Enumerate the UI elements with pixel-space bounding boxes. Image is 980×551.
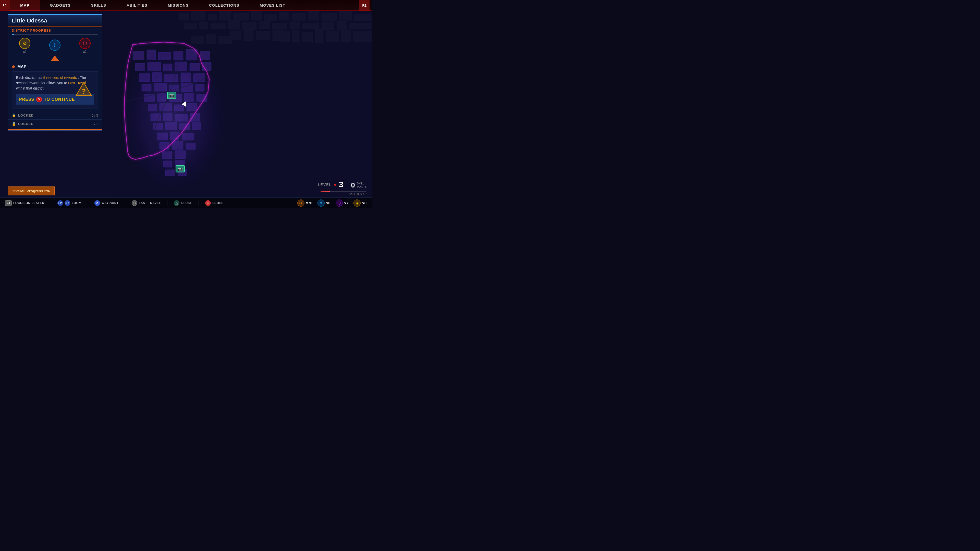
locked-label-1: LOCKED [18, 114, 34, 118]
svg-rect-9 [292, 13, 306, 21]
svg-rect-38 [206, 35, 216, 44]
chevron-up-icon [51, 56, 59, 61]
locked-label-2: LOCKED [18, 122, 34, 126]
locked-count-1: 0 / 3 [92, 114, 98, 118]
district-icon-3: ⬡ x2 [80, 38, 91, 54]
svg-point-91 [123, 46, 224, 189]
waypoint-action: ✕ WAYPOINT [94, 200, 119, 206]
svg-rect-28 [302, 32, 313, 42]
district-title: Little Odessa [8, 15, 102, 27]
svg-rect-19 [259, 21, 270, 29]
camera-marker-2[interactable]: 📷 [176, 165, 185, 172]
focus-player-action: L3 FOCUS ON PLAYER [5, 200, 45, 206]
continue-label: TO CONTINUE [44, 97, 75, 103]
x-button-bottom[interactable]: ✕ [94, 200, 100, 206]
l3-button[interactable]: L3 [5, 200, 12, 206]
xp-text: 426 / 2000 XP [318, 192, 366, 195]
r2-button[interactable]: R2 [65, 200, 70, 206]
svg-rect-5 [234, 13, 249, 21]
map-section: 🕷 MAP Each district has three tiers of r… [8, 62, 102, 111]
xp-fill [321, 191, 330, 192]
svg-rect-11 [321, 13, 337, 21]
svg-rect-4 [220, 10, 231, 21]
nav-item-missions[interactable]: MISSIONS [158, 0, 199, 11]
stat-icon-blue: ⇧ [318, 200, 325, 206]
level-display: LEVEL 3 [318, 180, 343, 189]
stat-icon-gold: ◈ [353, 200, 361, 206]
svg-rect-23 [321, 22, 334, 30]
nav-item-moves-list[interactable]: MOVES LIST [249, 0, 296, 11]
stat-group-4: ◈ x0 [353, 200, 366, 206]
svg-rect-8 [280, 12, 289, 21]
svg-rect-27 [292, 30, 299, 42]
close-action: ○ CLOSE [205, 200, 224, 206]
svg-rect-32 [353, 31, 372, 42]
district-progress-label: District Progress [8, 27, 102, 34]
svg-rect-36 [272, 30, 283, 41]
close-label: CLOSE [212, 201, 224, 205]
district-icon-2: ⇧ [49, 40, 60, 52]
svg-rect-35 [256, 31, 270, 40]
svg-rect-10 [308, 11, 319, 21]
triangle-button[interactable]: △ [174, 200, 180, 206]
svg-rect-31 [341, 30, 351, 42]
level-label: LEVEL [318, 183, 332, 187]
stat-value-2: x0 [326, 201, 331, 205]
fast-travel-action: △ CLOSE [174, 200, 192, 206]
district-progress-bar [12, 34, 98, 35]
spider-icon: 🕷 [12, 65, 15, 69]
overall-progress-badge: Overall Progress 3% [8, 186, 55, 195]
nav-item-map[interactable]: MAP [10, 0, 40, 11]
svg-rect-7 [264, 14, 277, 21]
focus-player-label: FOCUS ON PLAYER [13, 201, 45, 205]
svg-rect-24 [337, 21, 347, 30]
svg-rect-22 [302, 24, 319, 29]
svg-rect-14 [184, 23, 197, 29]
separator-4 [167, 200, 167, 206]
nav-item-abilities[interactable]: ABILITIES [116, 0, 158, 11]
stat-value-1: x70 [306, 201, 312, 205]
district-icon-1: ⚙ x2 [19, 38, 30, 54]
district-progress-fill [12, 34, 14, 35]
svg-rect-16 [210, 24, 226, 29]
legend-action: □ FAST TRAVEL [132, 200, 161, 206]
svg-rect-6 [251, 11, 262, 21]
x-button-icon[interactable]: ✕ [36, 97, 42, 102]
legend-label: FAST TRAVEL [139, 201, 161, 205]
stat-group-1: ⚙ x70 [298, 200, 312, 206]
icon-circle-gold: ⚙ [19, 38, 30, 49]
waypoint-label: WAYPOINT [102, 201, 119, 205]
circle-button[interactable]: ○ [205, 200, 211, 206]
zoom-action: L2 R2 ZOOM [57, 200, 81, 206]
panel-bottom-border [8, 129, 102, 130]
r1-button[interactable]: R1 [359, 0, 369, 11]
camera-marker-1[interactable]: 📷 [167, 92, 177, 99]
level-number: 3 [339, 180, 343, 189]
svg-rect-2 [191, 11, 205, 21]
player-marker [183, 101, 188, 106]
svg-rect-20 [272, 23, 287, 29]
nav-item-collections[interactable]: COLLECTIONS [199, 0, 250, 11]
svg-rect-3 [208, 14, 217, 21]
svg-rect-12 [339, 11, 352, 21]
skill-points-number: 0 [351, 181, 355, 189]
nav-item-gadgets[interactable]: GADGETS [40, 0, 81, 11]
nav-item-skills[interactable]: SKILLS [81, 0, 116, 11]
skill-label-stack: SKILL POINTS [357, 182, 366, 189]
tooltip-popup: Each district has three tiers of rewards… [12, 71, 98, 108]
locked-item-2: 🔒 LOCKED 0 / 1 [8, 119, 102, 128]
stat-value-4: x0 [362, 201, 366, 205]
svg-rect-1 [179, 13, 189, 21]
zoom-label: ZOOM [72, 201, 81, 205]
separator-5 [199, 200, 199, 206]
tooltip-container: Each district has three tiers of rewards… [12, 71, 98, 108]
l2-button[interactable]: L2 [57, 200, 63, 206]
stat-icon-purple: ⬡ [336, 200, 343, 206]
skill-points-display: 0 SKILL POINTS [351, 181, 366, 189]
svg-rect-17 [228, 21, 240, 29]
stat-value-3: x7 [344, 201, 348, 205]
l1-button[interactable]: L1 [0, 0, 10, 11]
locked-count-2: 0 / 1 [92, 122, 98, 126]
level-dot [334, 184, 336, 186]
square-button[interactable]: □ [132, 200, 137, 206]
